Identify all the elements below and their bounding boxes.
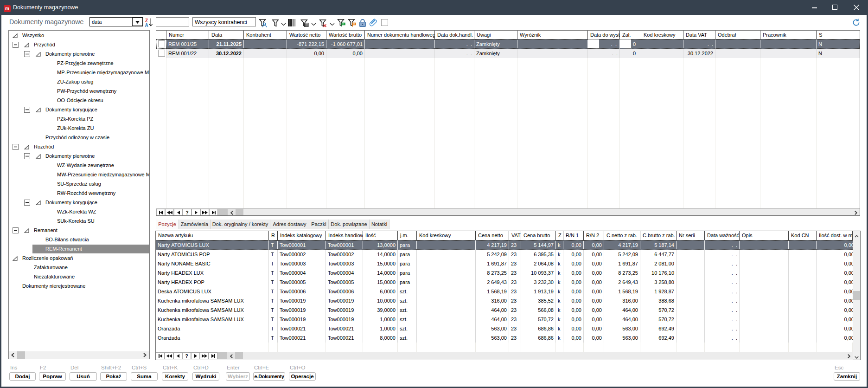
svg-text:A: A bbox=[145, 23, 148, 27]
